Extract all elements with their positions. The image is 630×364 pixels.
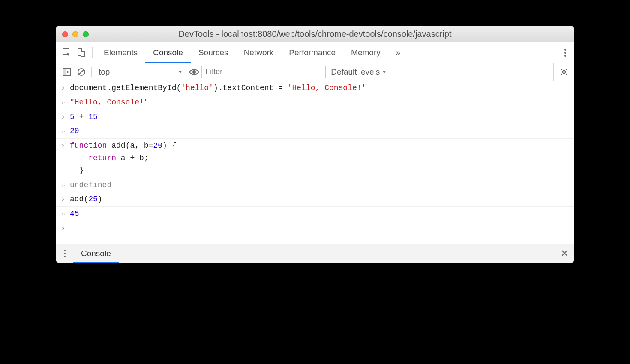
window-minimize-button[interactable] [72,31,78,37]
titlebar[interactable]: DevTools - localhost:8080/web/tools/chro… [56,26,574,42]
console-sidebar-toggle-icon[interactable] [60,66,74,78]
output-indicator-icon [58,208,68,220]
svg-point-21 [64,253,66,254]
svg-line-17 [566,74,567,75]
svg-point-22 [64,256,66,257]
separator [553,47,553,58]
console-toolbar: top ▼ Default levels ▼ [56,63,574,81]
console-input-line: document.getElementById('hello').textCon… [56,81,574,95]
output-indicator-icon [58,179,68,191]
log-levels-label: Default levels [331,67,380,77]
separator [91,67,92,77]
svg-point-4 [564,52,566,54]
svg-point-3 [564,49,566,51]
panel-tabbar: ElementsConsoleSourcesNetworkPerformance… [56,42,574,63]
svg-line-18 [561,74,562,75]
tab-network[interactable]: Network [236,42,282,63]
input-prompt-icon [58,140,68,176]
filter-input-field[interactable] [205,67,322,76]
console-settings-button[interactable] [553,63,574,81]
tab-elements[interactable]: Elements [96,42,145,63]
inspect-element-icon[interactable] [60,46,74,59]
svg-line-16 [561,69,562,70]
execution-context-label: top [99,67,110,77]
console-output-line: "Hello, Console!" [56,95,574,110]
drawer-menu-button[interactable] [56,249,73,258]
svg-point-10 [192,70,196,74]
input-prompt-icon [58,82,68,94]
separator [92,47,93,58]
main-menu-button[interactable] [557,48,574,57]
svg-point-11 [562,70,565,73]
tabs-overflow-button[interactable]: » [388,42,408,63]
console-line-content: add(25) [68,193,102,206]
output-indicator-icon [58,96,68,109]
drawer: Console ✕ [56,244,574,263]
console-line-content: document.getElementById('hello').textCon… [68,82,366,94]
live-expression-icon[interactable] [187,66,201,78]
window-title: DevTools - localhost:8080/web/tools/chro… [56,29,574,39]
output-indicator-icon [58,125,68,137]
svg-point-20 [64,250,66,251]
console-line-content: undefined [68,179,111,191]
console-line-content: "Hello, Console!" [68,96,149,109]
log-levels-select[interactable]: Default levels ▼ [331,67,387,77]
console-input-line: 5 + 15 [56,110,574,125]
console-output-line: 20 [56,124,574,139]
execution-context-select[interactable]: top ▼ [94,66,187,78]
console-prompt-input[interactable] [68,222,71,235]
tab-sources[interactable]: Sources [191,42,236,63]
svg-line-9 [79,69,84,75]
window-close-button[interactable] [62,31,68,37]
console-output-line: 45 [56,207,574,221]
traffic-lights [62,31,89,37]
drawer-tab-console[interactable]: Console [73,244,119,263]
console-output[interactable]: document.getElementById('hello').textCon… [56,81,574,244]
input-prompt-icon [58,111,68,123]
input-prompt-icon [58,193,68,206]
chevron-down-icon: ▼ [177,69,183,75]
tab-performance[interactable]: Performance [281,42,343,63]
tab-console[interactable]: Console [145,42,191,63]
console-line-content: 20 [68,125,79,137]
drawer-close-button[interactable]: ✕ [555,248,574,259]
console-input-line: function add(a, b=20) { return a + b; } [56,139,574,178]
svg-rect-7 [63,69,66,75]
svg-line-19 [566,69,567,70]
console-prompt[interactable] [56,221,574,236]
console-line-content: 5 + 15 [68,111,98,123]
svg-rect-2 [81,51,85,57]
console-line-content: function add(a, b=20) { return a + b; } [68,140,176,176]
svg-point-5 [564,55,566,57]
clear-console-icon[interactable] [74,66,89,78]
filter-input[interactable] [201,66,326,78]
device-toolbar-icon[interactable] [74,46,89,59]
console-line-content: 45 [68,208,79,220]
chevron-down-icon: ▼ [381,69,387,75]
console-output-line: undefined [56,178,574,193]
tab-memory[interactable]: Memory [343,42,388,63]
window-zoom-button[interactable] [83,31,89,37]
devtools-window: DevTools - localhost:8080/web/tools/chro… [56,26,574,263]
console-input-line: add(25) [56,192,574,207]
prompt-icon [58,222,68,235]
